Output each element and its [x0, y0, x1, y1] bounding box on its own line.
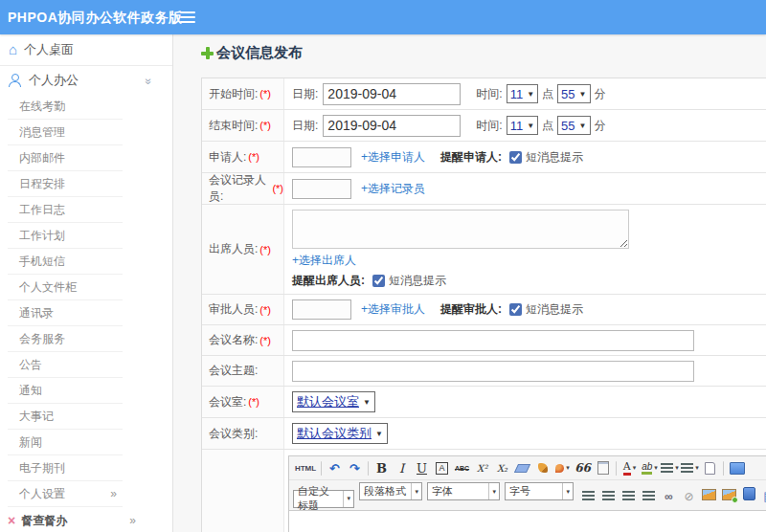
sidebar-item-10[interactable]: 公告 [8, 352, 123, 378]
strikethrough-icon[interactable]: ABC [452, 458, 472, 477]
sidebar-item-6[interactable]: 手机短信 [8, 249, 123, 275]
toolbar-separator[interactable] [368, 461, 369, 476]
eraser-icon[interactable] [512, 458, 532, 477]
highlight-icon[interactable]: ab ▾ [640, 458, 660, 477]
field-label [202, 450, 284, 532]
pick-approver-link[interactable]: +选择审批人 [361, 301, 425, 318]
bold-icon[interactable]: B [372, 458, 392, 477]
pick-recorder-link[interactable]: +选择记录员 [361, 181, 425, 197]
subscript-icon[interactable]: X₂ [492, 458, 512, 477]
superscript-icon[interactable]: X² [472, 458, 492, 477]
sidebar-item-3[interactable]: 日程安排 [8, 171, 123, 197]
flash-image-icon[interactable] [719, 485, 739, 504]
toolbar-separator[interactable] [616, 461, 617, 476]
start-date-input[interactable] [323, 83, 461, 105]
sms-checkbox[interactable] [509, 303, 522, 316]
new-page-icon[interactable] [700, 458, 720, 477]
row-start-time: 开始时间: (*) 日期: 时间: 11 ▼ 点 55 ▼ 分 [202, 78, 766, 110]
sidebar-item-desktop[interactable]: ⌂ 个人桌面 [0, 34, 172, 66]
meeting-category-select[interactable]: 默认会议类别 ▼ [292, 423, 388, 444]
end-date-input[interactable] [323, 115, 461, 137]
sms-label: 短消息提示 [526, 149, 583, 166]
sidebar-item-0[interactable]: 在线考勤 [8, 94, 123, 120]
pick-attendees-link[interactable]: +选择出席人 [292, 254, 356, 267]
custom-title-select[interactable]: 自定义标题 ▾ [293, 490, 354, 508]
sidebar-item-1[interactable]: 消息管理 [8, 120, 123, 145]
sidebar-item-5[interactable]: 工作计划 [8, 223, 123, 249]
italic-icon[interactable]: I [392, 458, 412, 477]
toolbar-separator[interactable] [723, 461, 724, 476]
align-center-icon[interactable] [598, 486, 619, 505]
ordered-list-icon[interactable]: ▾ [660, 458, 680, 477]
row-applicant: 申请人: (*) +选择申请人 提醒申请人: 短消息提示 [202, 142, 766, 173]
blockquote-icon[interactable]: 66 [573, 458, 593, 477]
remind-label: 提醒出席人员: [292, 273, 365, 289]
align-left-icon[interactable] [578, 486, 598, 505]
pick-applicant-link[interactable]: +选择申请人 [361, 149, 425, 166]
link-icon[interactable]: ∞ [659, 487, 679, 506]
applicant-input[interactable] [292, 147, 351, 167]
sidebar-item-label: 个人设置 [19, 481, 65, 506]
paragraph-select[interactable]: 段落格式 ▾ [359, 482, 422, 500]
sidebar-item-4[interactable]: 工作日志 [8, 197, 123, 223]
sidebar-item-14[interactable]: 电子期刊 [8, 455, 123, 481]
editor-toolbar-selects: 自定义标题 ▾ 段落格式 ▾ 字体 ▾ 字号 [293, 482, 578, 508]
sidebar-item-12[interactable]: 大事记 [8, 404, 123, 430]
sms-checkbox[interactable] [372, 275, 385, 287]
sidebar-item-9[interactable]: 会务服务 [8, 326, 123, 352]
start-hour-select[interactable]: 11 ▼ [507, 84, 538, 103]
paste-icon[interactable] [593, 458, 613, 477]
rich-text-editor: HTML ↶ ↷ B I [288, 455, 766, 532]
font-size-select[interactable]: 字号 ▾ [505, 482, 574, 500]
editor-content[interactable] [289, 510, 766, 532]
quick-format-icon[interactable]: ▾ [552, 458, 573, 477]
unordered-list-icon[interactable]: ▾ [680, 458, 700, 477]
html-source-button[interactable]: HTML [293, 458, 318, 477]
recorder-input[interactable] [292, 179, 351, 199]
font-name-icon[interactable]: A [432, 458, 452, 477]
sidebar-item-8[interactable]: 通讯录 [8, 300, 123, 326]
sidebar-item-office[interactable]: 个人办公 » [0, 66, 172, 94]
menu-icon[interactable] [180, 11, 195, 23]
align-justify-icon[interactable] [639, 486, 659, 505]
fullscreen-icon[interactable] [727, 458, 747, 477]
underline-icon[interactable]: U [412, 458, 432, 477]
required-marker: (*) [248, 151, 259, 163]
start-minute-select[interactable]: 55 ▼ [557, 84, 590, 103]
end-hour-select[interactable]: 11 ▼ [507, 116, 538, 135]
app-title: PHPOA协同办公软件政务版 [8, 0, 183, 34]
meeting-topic-input[interactable] [292, 361, 694, 382]
chevron-down-icon: ▼ [527, 90, 534, 99]
format-brush-icon[interactable] [532, 458, 552, 477]
sidebar-item-supervise[interactable]: × 督查督办 » [0, 507, 172, 532]
image-icon[interactable] [699, 485, 719, 504]
field-label: 会议名称: (*) [202, 325, 284, 355]
undo-icon[interactable]: ↶ [325, 458, 345, 477]
font-family-select[interactable]: 字体 ▾ [427, 482, 500, 500]
meeting-name-input[interactable] [292, 330, 694, 351]
sidebar-item-13[interactable]: 新闻 [8, 430, 123, 455]
font-color-icon[interactable]: A ▾ [620, 458, 640, 477]
align-right-icon[interactable] [619, 486, 639, 505]
sidebar-item-settings[interactable]: 个人设置 » [8, 481, 123, 507]
chevron-right-icon: » [110, 481, 117, 506]
approver-input[interactable] [292, 299, 351, 320]
table-icon[interactable]: ▦ [759, 486, 766, 505]
redo-icon[interactable]: ↷ [345, 458, 365, 477]
meeting-room-select[interactable]: 默认会议室 ▼ [292, 391, 375, 412]
sidebar-item-2[interactable]: 内部邮件 [8, 145, 123, 171]
media-icon[interactable] [739, 484, 759, 503]
sidebar-item-7[interactable]: 个人文件柜 [8, 275, 123, 300]
toolbar-separator[interactable] [321, 461, 322, 476]
sidebar-item-label: 大事记 [19, 404, 54, 429]
unlink-icon[interactable]: ⊘ [679, 487, 699, 506]
chevron-down-icon: ▼ [363, 398, 371, 407]
editor-toolbar-row1: HTML ↶ ↷ B I [289, 456, 766, 480]
attendees-textarea[interactable] [292, 210, 629, 249]
row-meeting-topic: 会议主题: [202, 356, 766, 387]
sms-checkbox[interactable] [509, 151, 522, 164]
row-approver: 审批人员: (*) +选择审批人 提醒审批人: 短消息提示 [202, 295, 766, 325]
sidebar-item-11[interactable]: 通知 [8, 378, 123, 404]
end-minute-select[interactable]: 55 ▼ [557, 116, 590, 135]
sidebar-item-label: 会务服务 [19, 326, 65, 351]
